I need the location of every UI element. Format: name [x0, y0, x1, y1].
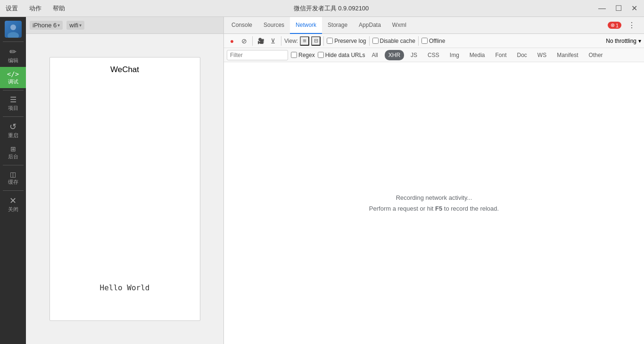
filter-manifest-button[interactable]: Manifest [553, 50, 582, 60]
toolbar-separator-2 [281, 36, 281, 46]
device-chevron-icon: ▾ [58, 23, 60, 28]
tab-console[interactable]: Console [226, 17, 258, 34]
filter-font-button[interactable]: Font [492, 50, 511, 60]
title-bar: 设置 动作 帮助 微信开发者工具 0.9.092100 — ☐ ✕ [0, 0, 644, 17]
sidebar-item-close[interactable]: ✕ 关闭 [0, 193, 26, 216]
network-toolbar: ● ⊘ 🎥 ⊻ View: ≡ ⊟ Preserve log Disable c… [224, 34, 644, 48]
restart-icon: ↺ [9, 123, 17, 131]
disable-cache-label: Disable cache [380, 38, 415, 44]
regex-checkbox[interactable] [291, 52, 297, 58]
filter-js-button[interactable]: JS [407, 50, 421, 60]
menu-help[interactable]: 帮助 [51, 3, 67, 14]
list-view-button[interactable]: ≡ [300, 36, 309, 46]
phone-frame: WeChat Hello World [26, 34, 223, 344]
regex-label: Regex [298, 52, 315, 58]
filter-xhr-button[interactable]: XHR [385, 50, 404, 60]
edit-icon: ✏ [9, 48, 17, 56]
hide-data-urls-checkbox[interactable] [318, 52, 324, 58]
group-view-button[interactable]: ⊟ [311, 36, 321, 46]
filter-ws-button[interactable]: WS [534, 50, 550, 60]
sidebar-item-restart[interactable]: ↺ 重启 [0, 119, 26, 142]
sidebar-item-cache[interactable]: ◫ 缓存 [0, 167, 26, 188]
sidebar-item-edit[interactable]: ✏ 编辑 [0, 44, 26, 67]
tab-network[interactable]: Network [290, 17, 322, 34]
tab-wxml[interactable]: Wxml [387, 17, 412, 34]
view-label: View: [284, 38, 298, 44]
sidebar-item-label-project: 项目 [8, 105, 18, 112]
preserve-log-checkbox[interactable] [327, 38, 333, 44]
filter-input[interactable] [227, 50, 288, 60]
recording-key: F5 [435, 205, 442, 212]
sidebar-item-label-close: 关闭 [8, 206, 18, 213]
hide-data-urls-label: Hide data URLs [325, 52, 365, 58]
network-chevron-icon: ▾ [79, 23, 82, 28]
sidebar-item-label-edit: 编辑 [8, 57, 18, 64]
record-button[interactable]: ● [227, 36, 237, 46]
preserve-log-toggle[interactable]: Preserve log [327, 38, 366, 44]
preserve-log-label: Preserve log [334, 38, 366, 44]
sidebar-item-project[interactable]: ☰ 项目 [0, 92, 26, 115]
sidebar-item-label-debug: 调试 [8, 78, 18, 85]
filter-css-button[interactable]: CSS [424, 50, 443, 60]
filter-toggle-button[interactable]: ⊻ [268, 36, 278, 46]
error-count: 1 [616, 23, 619, 28]
window-controls: — ☐ ✕ [595, 4, 640, 13]
filter-media-button[interactable]: Media [466, 50, 489, 60]
recording-line1: Recording network activity... [369, 192, 499, 203]
disable-cache-toggle[interactable]: Disable cache [372, 38, 415, 44]
main-layout: ✏ 编辑 </> 调试 ☰ 项目 ↺ 重启 ⊞ 后台 ◫ 缓存 ✕ 关闭 [0, 17, 644, 344]
close-button[interactable]: ✕ [628, 4, 640, 13]
phone-hello-text: Hello World [50, 283, 200, 292]
hide-data-urls-toggle[interactable]: Hide data URLs [318, 52, 365, 58]
project-icon: ☰ [10, 96, 17, 104]
recording-line2-prefix: Perform a request or hit [369, 205, 435, 212]
svg-rect-2 [5, 21, 22, 38]
offline-checkbox[interactable] [421, 38, 428, 44]
menu-bar: 设置 动作 帮助 [4, 3, 67, 14]
tab-storage[interactable]: Storage [322, 17, 353, 34]
network-selector[interactable]: wifi ▾ [66, 21, 84, 30]
toolbar-separator-5 [418, 36, 419, 46]
more-options-button[interactable]: ⋮ [625, 20, 638, 31]
tab-sources[interactable]: Sources [258, 17, 290, 34]
debug-icon: </> [7, 71, 19, 77]
screenshot-button[interactable]: 🎥 [256, 36, 266, 46]
backend-icon: ⊞ [10, 146, 16, 152]
tab-appdata[interactable]: AppData [353, 17, 387, 34]
error-badge: ⊗ 1 [608, 22, 621, 29]
toolbar-separator-4 [369, 36, 370, 46]
filter-doc-button[interactable]: Doc [513, 50, 531, 60]
sidebar-divider-1 [3, 41, 24, 42]
filter-all-button[interactable]: All [368, 50, 381, 60]
menu-actions[interactable]: 动作 [27, 3, 43, 14]
stop-button[interactable]: ⊘ [239, 36, 249, 46]
throttle-selector[interactable]: No throttling ▾ [606, 38, 641, 44]
sidebar-item-label-backend: 后台 [8, 153, 18, 160]
menu-settings[interactable]: 设置 [4, 3, 20, 14]
devtools-tabbar: Console Sources Network Storage AppData … [224, 17, 644, 34]
cache-icon: ◫ [10, 171, 16, 178]
close-sidebar-icon: ✕ [9, 197, 17, 205]
offline-toggle[interactable]: Offline [421, 38, 445, 44]
network-name: wifi [69, 22, 78, 29]
regex-toggle[interactable]: Regex [291, 52, 315, 58]
toolbar-separator-1 [252, 36, 253, 46]
sidebar-item-debug[interactable]: </> 调试 [0, 67, 26, 88]
sidebar-divider-4 [3, 165, 24, 165]
phone-app-title: WeChat [50, 57, 200, 78]
sidebar-item-backend[interactable]: ⊞ 后台 [0, 142, 26, 163]
disable-cache-checkbox[interactable] [372, 38, 379, 44]
sidebar-item-label-restart: 重启 [8, 132, 18, 139]
app-title: 微信开发者工具 0.9.092100 [294, 4, 369, 13]
filter-img-button[interactable]: Img [446, 50, 463, 60]
device-selector[interactable]: iPhone 6 ▾ [30, 21, 63, 30]
error-icon: ⊗ [611, 22, 615, 28]
recording-line2: Perform a request or hit F5 to record th… [369, 203, 499, 214]
recording-message: Recording network activity... Perform a … [369, 192, 499, 214]
filter-other-button[interactable]: Other [585, 50, 607, 60]
toolbar-separator-3 [323, 36, 324, 46]
preview-area: iPhone 6 ▾ wifi ▾ WeChat Hello World [26, 17, 224, 344]
minimize-button[interactable]: — [595, 4, 609, 13]
avatar[interactable] [5, 21, 22, 38]
maximize-button[interactable]: ☐ [612, 4, 625, 13]
